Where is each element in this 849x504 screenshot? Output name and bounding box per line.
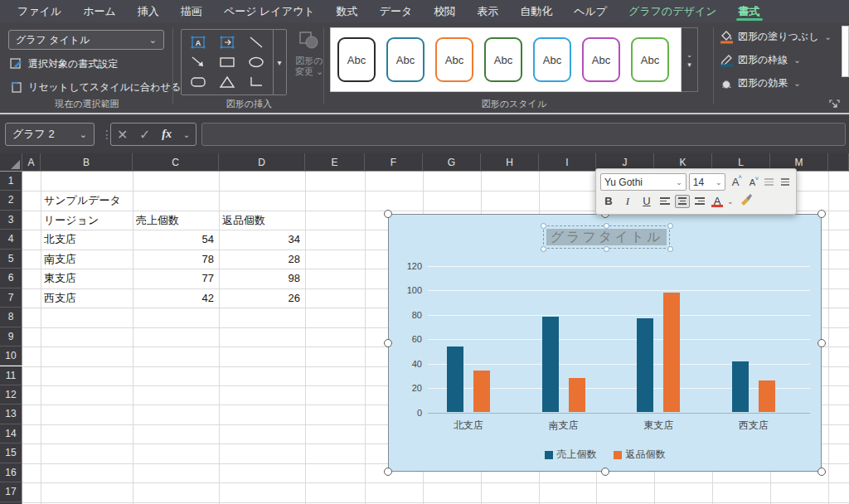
title-selection-handle[interactable]: [604, 223, 609, 229]
formula-input[interactable]: [201, 123, 846, 146]
tab-数式[interactable]: 数式: [326, 0, 369, 22]
align-center-icon[interactable]: [675, 195, 690, 208]
triangle-shape-icon[interactable]: [213, 72, 242, 92]
tab-表示[interactable]: 表示: [466, 0, 509, 22]
shapes-gallery-more-button[interactable]: ▾: [273, 29, 287, 95]
shape-style-swatch[interactable]: Abc: [383, 32, 428, 87]
cell-D5[interactable]: 28: [222, 250, 300, 269]
format-painter-icon[interactable]: [740, 193, 753, 209]
row-header-10[interactable]: 10: [0, 346, 22, 366]
column-header-F[interactable]: F: [365, 153, 423, 172]
shape-style-swatch[interactable]: Abc: [579, 32, 623, 87]
shape-outline-button[interactable]: 図形の枠線 ⌄: [720, 53, 801, 67]
chart-selection-handle[interactable]: [384, 468, 392, 476]
bar-返品個数-南支店[interactable]: [569, 378, 585, 412]
rounded-rectangle-shape-icon[interactable]: [184, 72, 213, 92]
decrease-indent-button[interactable]: [762, 176, 775, 189]
cell-C5[interactable]: 78: [136, 250, 214, 269]
row-header-17[interactable]: 17: [0, 482, 22, 502]
shape-style-swatch[interactable]: Abc: [432, 32, 477, 87]
enter-icon[interactable]: ✓: [139, 127, 150, 143]
legend-item-返品個数[interactable]: 返品個数: [614, 448, 666, 462]
row-header-3[interactable]: 3: [0, 211, 22, 230]
grow-font-button[interactable]: A˄: [728, 176, 742, 188]
tab-自動化[interactable]: 自動化: [509, 0, 563, 22]
tab-データ[interactable]: データ: [369, 0, 424, 22]
shape-effects-button[interactable]: 図形の効果 ⌄: [720, 76, 801, 90]
bar-返品個数-北支店[interactable]: [473, 371, 490, 412]
row-header-12[interactable]: 12: [0, 385, 22, 405]
row-header-7[interactable]: 7: [0, 288, 22, 308]
row-header-13[interactable]: 13: [0, 405, 22, 424]
name-box[interactable]: グラフ 2 ⌄: [5, 123, 95, 146]
shape-style-swatch[interactable]: Abc: [334, 32, 379, 87]
tab-ページ レイアウト[interactable]: ページ レイアウト: [213, 0, 326, 22]
column-header-C[interactable]: C: [133, 153, 219, 172]
shrink-font-button[interactable]: A˅: [745, 177, 759, 187]
shape-style-swatch[interactable]: Abc: [481, 32, 526, 87]
font-size-combo[interactable]: 14 ⌄: [689, 173, 726, 191]
underline-button[interactable]: U: [638, 195, 655, 207]
row-header-6[interactable]: 6: [0, 269, 22, 288]
column-header-I[interactable]: I: [539, 153, 596, 172]
format-selection-button[interactable]: 選択対象の書式設定: [7, 54, 121, 74]
chart-legend[interactable]: 売上個数返品個数: [389, 448, 821, 462]
bar-返品個数-東支店[interactable]: [663, 293, 680, 413]
column-header-D[interactable]: D: [219, 153, 305, 172]
chart-selection-handle[interactable]: [384, 339, 392, 347]
title-selection-handle[interactable]: [667, 223, 673, 229]
bar-売上個数-東支店[interactable]: [637, 318, 653, 413]
bar-売上個数-北支店[interactable]: [447, 346, 463, 413]
column-header-partial[interactable]: [828, 153, 849, 172]
change-shape-button[interactable]: 図形の変更 ⌄: [292, 31, 327, 94]
tab-ファイル[interactable]: ファイル: [7, 0, 72, 22]
bar-返品個数-西支店[interactable]: [759, 380, 775, 412]
shape-styles-more-button[interactable]: ⌄ ▾: [682, 27, 698, 92]
tab-ヘルプ[interactable]: ヘルプ: [563, 0, 618, 22]
title-selection-handle[interactable]: [604, 246, 609, 252]
chart-selection-handle[interactable]: [817, 210, 826, 218]
cell-D6[interactable]: 98: [222, 269, 300, 288]
cell-D4[interactable]: 34: [222, 230, 300, 249]
shape-style-swatch[interactable]: Abc: [628, 32, 672, 87]
cell-D3[interactable]: 返品個数: [222, 211, 405, 230]
reset-to-match-style-button[interactable]: リセットしてスタイルに合わせる: [7, 77, 184, 97]
align-left-icon[interactable]: [657, 195, 672, 208]
horizontal-textbox-shape-icon[interactable]: [213, 32, 242, 52]
italic-button[interactable]: I: [619, 195, 636, 208]
oval-shape-icon[interactable]: [241, 52, 270, 72]
title-selection-handle[interactable]: [667, 246, 673, 252]
tab-挿入[interactable]: 挿入: [127, 0, 170, 22]
chart-selection-handle[interactable]: [817, 339, 826, 347]
elbow-connector-shape-icon[interactable]: [241, 72, 270, 92]
tab-描画[interactable]: 描画: [170, 0, 213, 22]
row-header-8[interactable]: 8: [0, 308, 22, 327]
align-right-icon[interactable]: [692, 195, 707, 208]
row-header-2[interactable]: 2: [0, 191, 22, 210]
cell-C4[interactable]: 54: [136, 230, 214, 249]
chevron-down-icon[interactable]: ⌄: [183, 130, 190, 139]
row-header-1[interactable]: 1: [0, 172, 22, 191]
column-header-A[interactable]: A: [22, 153, 41, 172]
chart-element-dropdown[interactable]: グラフ タイトル ⌄: [8, 30, 164, 50]
row-header-15[interactable]: 15: [0, 443, 22, 463]
cell-B2[interactable]: サンプルデータ: [44, 191, 226, 210]
chart-selection-handle[interactable]: [601, 468, 609, 476]
font-color-button[interactable]: A: [710, 195, 725, 207]
tab-校閲[interactable]: 校閲: [423, 0, 466, 22]
increase-indent-button[interactable]: [779, 176, 792, 189]
chart-title-box[interactable]: グラフタイトル: [543, 225, 670, 249]
line-shape-icon[interactable]: [241, 32, 270, 52]
bar-売上個数-南支店[interactable]: [542, 317, 559, 412]
row-header-14[interactable]: 14: [0, 424, 22, 443]
select-all-button[interactable]: [0, 153, 22, 172]
cell-C7[interactable]: 42: [136, 288, 214, 308]
legend-item-売上個数[interactable]: 売上個数: [545, 448, 597, 462]
cell-D7[interactable]: 26: [222, 288, 300, 308]
shape-style-swatch[interactable]: Abc: [530, 32, 575, 87]
title-selection-handle[interactable]: [541, 223, 546, 229]
column-header-E[interactable]: E: [305, 153, 365, 172]
tab-書式[interactable]: 書式: [728, 0, 771, 22]
chart-object[interactable]: グラフタイトル 売上個数返品個数 020406080100120北支店南支店東支…: [388, 214, 822, 472]
column-header-B[interactable]: B: [41, 153, 133, 172]
